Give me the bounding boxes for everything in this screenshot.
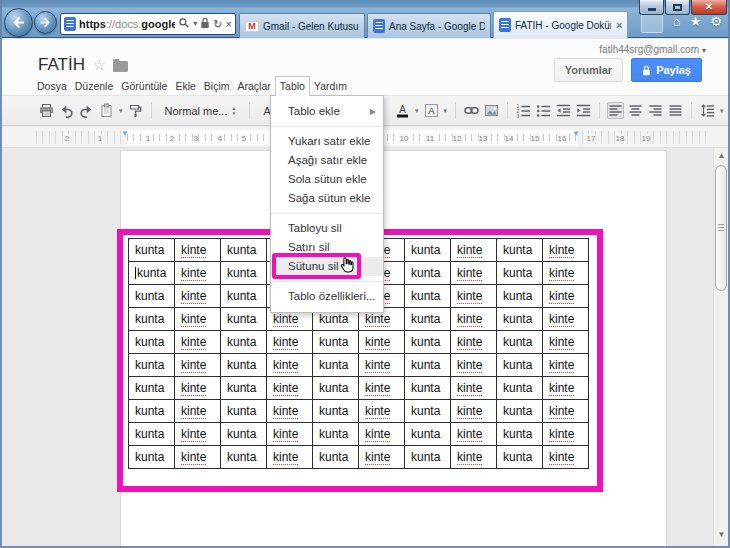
caret-down-icon[interactable]: ▾ bbox=[119, 107, 123, 115]
address-dropdown-icon[interactable]: ▾ bbox=[193, 20, 197, 28]
menu-separator bbox=[271, 213, 383, 214]
highlight-icon[interactable]: A bbox=[423, 102, 440, 119]
bulleted-list-icon[interactable] bbox=[535, 102, 552, 119]
toolbar-right-group: A▾A▾123▾ bbox=[394, 102, 725, 119]
ruler-number: 1 bbox=[98, 134, 102, 143]
new-tab-button[interactable] bbox=[641, 13, 663, 33]
share-lock-icon bbox=[642, 65, 651, 76]
address-url[interactable]: https://docs.google.c... bbox=[79, 18, 175, 30]
tab-close-icon[interactable]: × bbox=[616, 19, 622, 31]
search-icon[interactable] bbox=[178, 17, 190, 31]
menubar-item-tablo[interactable]: Tablo bbox=[275, 76, 310, 96]
docs-menubar: DosyaDüzenleGörüntüleEkleBiçimAraçlarTab… bbox=[33, 77, 351, 95]
tab-title: Ana Sayfa - Google Doküm... bbox=[389, 21, 485, 32]
ruler-number: 16 bbox=[558, 134, 567, 143]
browser-tab-3[interactable]: FATİH - Google Doküma...× bbox=[493, 11, 628, 38]
account-menu[interactable]: fatih44srg@gmail.com▾ bbox=[599, 44, 706, 55]
menu-separator bbox=[271, 281, 383, 282]
share-label: Paylaş bbox=[656, 64, 691, 76]
folder-icon[interactable] bbox=[113, 61, 128, 72]
browser-tab-1[interactable]: MGmail - Gelen Kutusu (5) - f... bbox=[239, 13, 365, 38]
star-document-icon[interactable]: ☆ bbox=[93, 57, 106, 73]
menu-item-yukarı-satır-ekle[interactable]: Yukarı satır ekle bbox=[271, 132, 383, 151]
google-docs-icon bbox=[373, 19, 385, 33]
ruler-number: 15 bbox=[531, 134, 540, 143]
tab-title: Gmail - Gelen Kutusu (5) - f... bbox=[263, 21, 359, 32]
menu-item-sağa-sütun-ekle[interactable]: Sağa sütun ekle bbox=[271, 189, 383, 208]
menu-separator bbox=[271, 126, 383, 127]
undo-icon[interactable] bbox=[58, 102, 75, 119]
back-arrow-icon bbox=[11, 15, 26, 30]
menubar-item-biçim[interactable]: Biçim bbox=[200, 77, 234, 95]
menubar-item-görüntüle[interactable]: Görüntüle bbox=[117, 77, 171, 95]
ruler-number: 12 bbox=[453, 134, 462, 143]
menubar-item-yardım[interactable]: Yardım bbox=[310, 77, 351, 95]
indent-icon[interactable] bbox=[575, 102, 592, 119]
address-bar[interactable]: https://docs.google.c... ▾ ↻ × bbox=[60, 13, 236, 35]
menu-item-tabloyu-sil[interactable]: Tabloyu sil bbox=[271, 219, 383, 238]
account-email: fatih44srg@gmail.com bbox=[599, 44, 699, 55]
scroll-down-arrow-icon[interactable]: ▼ bbox=[714, 528, 729, 542]
ruler-number: 14 bbox=[505, 134, 514, 143]
gmail-icon: M bbox=[245, 21, 259, 32]
page-favicon bbox=[64, 17, 76, 31]
redo-icon[interactable] bbox=[78, 102, 95, 119]
menubar-item-düzenle[interactable]: Düzenle bbox=[71, 77, 118, 95]
comments-button[interactable]: Yorumlar bbox=[554, 58, 623, 82]
text-color-icon[interactable]: A bbox=[394, 102, 411, 119]
menubar-item-ekle[interactable]: Ekle bbox=[171, 77, 199, 95]
refresh-icon[interactable]: ↻ bbox=[213, 19, 222, 30]
back-button[interactable] bbox=[4, 8, 33, 37]
browser-window: ✕ https://docs.google.c... ▾ ↻ × MGmail … bbox=[0, 0, 730, 548]
home-icon[interactable]: ⌂ bbox=[673, 15, 681, 28]
indent-marker-icon[interactable]: ▼ bbox=[572, 129, 580, 138]
svg-text:A: A bbox=[399, 104, 406, 115]
table-menu-dropdown: Tablo ekle▶Yukarı satır ekleAşağı satır … bbox=[270, 95, 384, 313]
tools-gear-icon[interactable]: ⚙ bbox=[710, 15, 722, 28]
caret-down-icon[interactable]: ▾ bbox=[415, 107, 419, 115]
menu-item-tablo-ekle[interactable]: Tablo ekle▶ bbox=[271, 102, 383, 121]
close-button[interactable]: ✕ bbox=[691, 0, 727, 15]
forward-button[interactable] bbox=[34, 11, 57, 34]
browser-tab-2[interactable]: Ana Sayfa - Google Doküm... bbox=[367, 13, 491, 38]
forward-arrow-icon bbox=[39, 16, 52, 29]
ruler-number: 5 bbox=[242, 134, 246, 143]
toolbar-separator bbox=[507, 102, 508, 119]
url-scheme: https bbox=[79, 18, 106, 30]
align-left-icon[interactable] bbox=[607, 102, 624, 119]
minimize-button[interactable] bbox=[639, 0, 664, 15]
scrollbar-thumb[interactable] bbox=[715, 165, 727, 291]
scroll-up-arrow-icon[interactable]: ▲ bbox=[714, 149, 729, 163]
line-spacing-icon[interactable] bbox=[699, 102, 716, 119]
outdent-icon[interactable] bbox=[555, 102, 572, 119]
indent-marker-icon[interactable]: ▼ bbox=[121, 129, 129, 138]
maximize-button[interactable] bbox=[665, 0, 690, 15]
caret-down-icon[interactable]: ▾ bbox=[444, 107, 448, 115]
paint-format-icon[interactable] bbox=[127, 102, 144, 119]
justify-icon[interactable] bbox=[667, 102, 684, 119]
numbered-list-icon[interactable]: 123 bbox=[515, 102, 532, 119]
align-right-icon[interactable] bbox=[647, 102, 664, 119]
menu-item-sola-sütun-ekle[interactable]: Sola sütun ekle bbox=[271, 170, 383, 189]
favorites-icon[interactable]: ★ bbox=[690, 15, 702, 28]
window-controls: ✕ bbox=[639, 0, 727, 15]
vertical-scrollbar[interactable]: ▲ ▼ bbox=[713, 148, 728, 546]
hand-cursor-icon bbox=[339, 256, 356, 278]
menubar-item-araçlar[interactable]: Araçlar bbox=[234, 77, 275, 95]
document-title[interactable]: FATİH bbox=[38, 55, 85, 75]
lock-icon bbox=[200, 17, 210, 31]
paste-icon[interactable] bbox=[98, 102, 115, 119]
styles-dropdown[interactable]: Normal me...▲▼ bbox=[159, 105, 243, 117]
align-center-icon[interactable] bbox=[627, 102, 644, 119]
insert-image-icon[interactable] bbox=[483, 102, 500, 119]
print-icon[interactable] bbox=[38, 102, 55, 119]
link-icon[interactable] bbox=[463, 102, 480, 119]
menubar-item-dosya[interactable]: Dosya bbox=[33, 77, 71, 95]
stop-icon[interactable]: × bbox=[226, 19, 232, 30]
caret-down-icon[interactable]: ▾ bbox=[720, 107, 724, 115]
menu-item-tablo-özellikleri-[interactable]: Tablo özellikleri... bbox=[271, 287, 383, 306]
maximize-icon bbox=[673, 4, 682, 11]
scrollbar-grip-icon bbox=[718, 224, 724, 231]
share-button[interactable]: Paylaş bbox=[631, 58, 702, 82]
menu-item-aşağı-satır-ekle[interactable]: Aşağı satır ekle bbox=[271, 151, 383, 170]
